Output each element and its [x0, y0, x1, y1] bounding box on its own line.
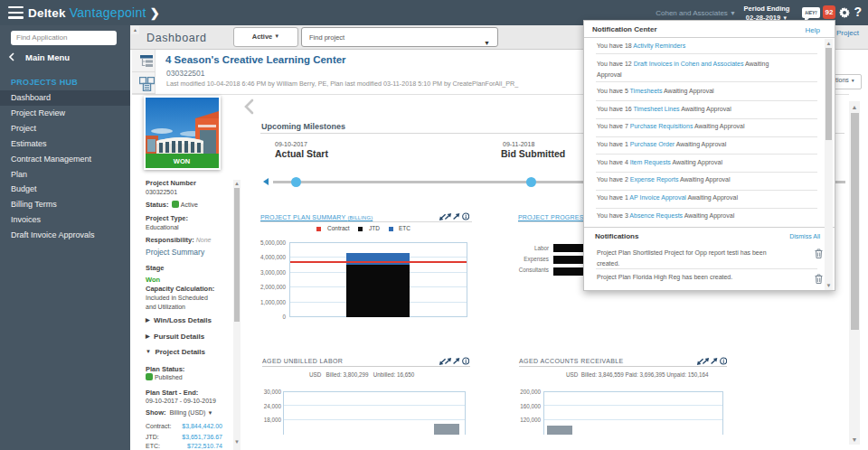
svg-text:WON: WON	[174, 157, 190, 165]
